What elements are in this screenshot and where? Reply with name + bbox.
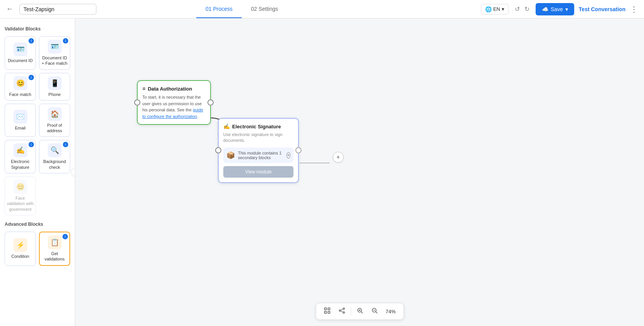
document-id-face-label: Document ID + Face match: [41, 55, 68, 66]
view-module-button[interactable]: View module: [223, 166, 293, 178]
sidebar: Validator Blocks i 🪪 Document ID i 🪪 Doc…: [0, 18, 75, 326]
zoom-out-icon: [371, 307, 378, 314]
back-button[interactable]: ←: [6, 5, 13, 13]
more-options-button[interactable]: ⋮: [630, 5, 638, 14]
svg-line-9: [341, 311, 343, 312]
main-layout: Validator Blocks i 🪪 Document ID i 🪪 Doc…: [0, 18, 644, 326]
info-icon[interactable]: i: [63, 142, 68, 147]
data-auth-left-connector[interactable]: [134, 99, 140, 106]
fit-icon: [324, 307, 330, 314]
electronic-sig-title: ✍️ Electronic Signature: [223, 123, 293, 129]
svg-point-5: [343, 308, 344, 309]
svg-rect-1: [324, 308, 326, 310]
language-selector[interactable]: 🌐 EN ▾: [481, 4, 509, 15]
get-validations-icon: 📋: [48, 235, 62, 249]
canvas-inner: ≡ Data Authorization To start, it is nec…: [75, 18, 644, 326]
canvas-toolbar: 74%: [315, 303, 404, 320]
svg-rect-2: [328, 308, 330, 310]
data-auth-title: ≡ Data Authorization: [142, 86, 206, 92]
electronic-sig-left-connector[interactable]: [215, 147, 221, 153]
info-icon[interactable]: i: [29, 75, 34, 80]
svg-point-7: [343, 312, 344, 313]
sidebar-item-background-check[interactable]: i 🔍 Background check: [39, 140, 70, 173]
sidebar-item-phone[interactable]: 📱 Phone: [39, 73, 70, 101]
zoom-level-display: 74%: [383, 307, 399, 316]
data-auth-body: To start, it is necessary that the user …: [142, 94, 206, 119]
test-conversation-button[interactable]: Test Conversation: [579, 6, 625, 12]
proof-of-address-icon: 🏠: [48, 107, 62, 121]
sidebar-item-document-id-face[interactable]: i 🪪 Document ID + Face match: [39, 36, 70, 70]
fit-view-button[interactable]: [320, 306, 334, 317]
undo-button[interactable]: ↺: [513, 4, 521, 14]
electronic-signature-label: Electronic Signature: [7, 159, 34, 170]
data-auth-icon: ≡: [142, 86, 145, 92]
secondary-blocks-info: 📦 This module contains 1 secondary block…: [223, 148, 293, 163]
zoom-out-button[interactable]: [368, 306, 381, 317]
tab-process[interactable]: 01 Process: [196, 0, 242, 18]
info-icon[interactable]: i: [29, 38, 34, 44]
share-view-button[interactable]: [335, 306, 348, 317]
sidebar-item-condition[interactable]: ⚡ Condition: [5, 232, 36, 266]
sidebar-item-email[interactable]: ✉️ Email: [5, 104, 36, 137]
sidebar-item-electronic-signature[interactable]: i ✍️ Electronic Signature: [5, 140, 36, 173]
auth-link[interactable]: guide to configure the authorization: [142, 108, 203, 119]
header: ← 01 Process 02 Settings 🌐 EN ▾ ↺ ↻ ☁️ S…: [0, 0, 644, 18]
document-id-face-icon: 🪪: [48, 40, 62, 54]
svg-rect-4: [328, 311, 330, 313]
flow-title-input[interactable]: [19, 4, 96, 15]
sidebar-item-face-match[interactable]: i 😊 Face match: [5, 73, 36, 101]
electronic-signature-icon: ✍️: [13, 143, 27, 157]
sidebar-item-proof-of-address[interactable]: 🏠 Proof of address: [39, 104, 70, 137]
save-button[interactable]: ☁️ Save ▾: [536, 3, 574, 15]
zoom-in-button[interactable]: [353, 306, 366, 317]
info-icon[interactable]: i: [62, 234, 68, 239]
phone-icon: 📱: [48, 76, 62, 90]
sidebar-item-face-validation-gov: 😊 Face validation with government: [5, 176, 36, 215]
advanced-blocks-grid: ⚡ Condition i 📋 Get validations: [5, 232, 70, 266]
proof-of-address-label: Proof of address: [41, 123, 68, 134]
sidebar-item-document-id[interactable]: i 🪪 Document ID: [5, 36, 36, 70]
condition-label: Condition: [11, 254, 29, 259]
node-data-authorization[interactable]: ≡ Data Authorization To start, it is nec…: [137, 80, 211, 125]
svg-line-15: [376, 312, 377, 313]
background-check-icon: 🔍: [48, 143, 62, 157]
email-label: Email: [15, 125, 26, 131]
background-check-label: Background check: [41, 159, 68, 170]
tab-settings[interactable]: 02 Settings: [242, 0, 287, 18]
email-icon: ✉️: [13, 110, 27, 124]
add-node-button[interactable]: +: [333, 152, 344, 163]
info-icon[interactable]: i: [29, 142, 34, 147]
header-tabs: 01 Process 02 Settings: [196, 0, 287, 18]
secondary-blocks-label: This module contains 1 secondary blocks: [238, 151, 283, 160]
chevron-down-icon: ▾: [502, 6, 504, 12]
share-icon: [338, 307, 345, 314]
secondary-blocks-expand[interactable]: +: [287, 152, 290, 158]
info-icon[interactable]: i: [63, 38, 68, 44]
cube-icon: 📦: [226, 151, 235, 160]
svg-line-11: [361, 312, 362, 313]
condition-icon: ⚡: [13, 238, 27, 252]
face-validation-gov-label: Face validation with government: [7, 195, 34, 212]
face-match-icon: 😊: [13, 76, 27, 90]
data-auth-right-connector[interactable]: [207, 99, 214, 106]
header-right: 🌐 EN ▾ ↺ ↻ ☁️ Save ▾ Test Conversation ⋮: [481, 3, 638, 15]
zoom-in-icon: [356, 307, 363, 314]
node-electronic-signature[interactable]: ✍️ Electronic Signature Use electronic s…: [218, 118, 299, 183]
advanced-section-title: Advanced Blocks: [5, 222, 70, 227]
save-chevron: ▾: [565, 6, 568, 12]
electronic-sig-icon: ✍️: [223, 123, 230, 129]
sidebar-collapse-button[interactable]: ‹: [71, 168, 75, 177]
sidebar-item-get-validations[interactable]: i 📋 Get validations: [39, 232, 70, 266]
validator-blocks-grid: i 🪪 Document ID i 🪪 Document ID + Face m…: [5, 36, 70, 215]
face-match-label: Face match: [9, 92, 31, 97]
cloud-icon: ☁️: [542, 6, 548, 12]
electronic-sig-right-connector[interactable]: [295, 147, 302, 153]
redo-button[interactable]: ↻: [523, 4, 531, 14]
canvas[interactable]: ≡ Data Authorization To start, it is nec…: [75, 18, 644, 326]
document-id-icon: 🪪: [13, 42, 27, 56]
electronic-sig-subtitle: Use electronic signature to sign documen…: [223, 132, 293, 144]
undo-redo-group: ↺ ↻: [513, 4, 531, 14]
globe-icon: 🌐: [485, 6, 492, 12]
save-label: Save: [551, 6, 563, 12]
get-validations-label: Get validations: [41, 251, 68, 262]
